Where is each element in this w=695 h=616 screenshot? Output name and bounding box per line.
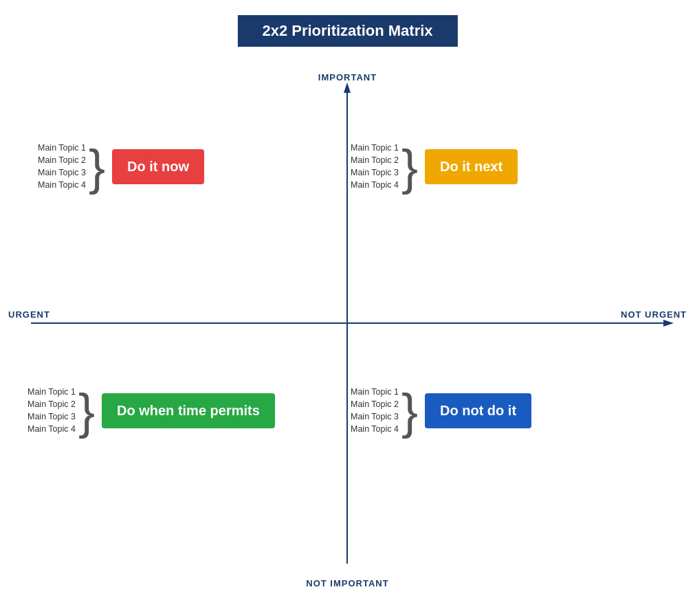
q4-bracket: } xyxy=(401,386,418,436)
q2-topic-1: Main Topic 1 xyxy=(351,143,399,153)
q2-topic-4: Main Topic 4 xyxy=(351,180,399,190)
q4-topic-1: Main Topic 1 xyxy=(351,387,399,397)
q2-topic-list: Main Topic 1 Main Topic 2 Main Topic 3 M… xyxy=(351,143,399,190)
q2-bracket: } xyxy=(401,142,418,192)
q3-topic-3: Main Topic 3 xyxy=(27,412,76,421)
label-important: IMPORTANT xyxy=(318,72,377,82)
q3-topic-4: Main Topic 4 xyxy=(27,424,76,434)
q1-topic-4: Main Topic 4 xyxy=(38,180,86,190)
label-not-urgent: NOT URGENT xyxy=(621,309,687,320)
q2-topic-list-wrap: Main Topic 1 Main Topic 2 Main Topic 3 M… xyxy=(351,141,418,192)
quadrant-do-it-next: Main Topic 1 Main Topic 2 Main Topic 3 M… xyxy=(351,141,518,192)
q1-topic-list-wrap: Main Topic 1 Main Topic 2 Main Topic 3 M… xyxy=(38,141,105,192)
q4-action-button[interactable]: Do not do it xyxy=(425,393,531,428)
q4-topic-2: Main Topic 2 xyxy=(351,399,399,409)
q1-topic-list: Main Topic 1 Main Topic 2 Main Topic 3 M… xyxy=(38,143,86,190)
quadrant-do-when-time-permits: Main Topic 1 Main Topic 2 Main Topic 3 M… xyxy=(27,385,275,436)
q3-bracket: } xyxy=(78,386,95,436)
q1-topic-1: Main Topic 1 xyxy=(38,143,86,153)
q2-topic-2: Main Topic 2 xyxy=(351,155,399,165)
q4-topic-4: Main Topic 4 xyxy=(351,424,399,434)
q3-topic-1: Main Topic 1 xyxy=(27,387,76,397)
quadrant-do-it-now: Main Topic 1 Main Topic 2 Main Topic 3 M… xyxy=(38,141,204,192)
axes xyxy=(0,0,695,616)
q1-topic-3: Main Topic 3 xyxy=(38,168,86,177)
q2-action-button[interactable]: Do it next xyxy=(425,149,518,184)
svg-marker-3 xyxy=(663,320,674,327)
q3-topic-list: Main Topic 1 Main Topic 2 Main Topic 3 M… xyxy=(27,387,76,434)
svg-marker-1 xyxy=(344,82,351,93)
q4-topic-3: Main Topic 3 xyxy=(351,412,399,421)
q3-topic-2: Main Topic 2 xyxy=(27,399,76,409)
q1-action-button[interactable]: Do it now xyxy=(112,149,204,184)
quadrant-do-not-do-it: Main Topic 1 Main Topic 2 Main Topic 3 M… xyxy=(351,385,531,436)
q3-action-button[interactable]: Do when time permits xyxy=(102,393,275,428)
label-urgent: URGENT xyxy=(8,309,50,320)
q1-topic-2: Main Topic 2 xyxy=(38,155,86,165)
q1-bracket: } xyxy=(89,142,105,192)
q4-topic-list-wrap: Main Topic 1 Main Topic 2 Main Topic 3 M… xyxy=(351,385,418,436)
label-not-important: NOT IMPORTANT xyxy=(306,578,388,588)
page-title: 2x2 Prioritization Matrix xyxy=(237,15,457,47)
q2-topic-3: Main Topic 3 xyxy=(351,168,399,177)
q4-topic-list: Main Topic 1 Main Topic 2 Main Topic 3 M… xyxy=(351,387,399,434)
q3-topic-list-wrap: Main Topic 1 Main Topic 2 Main Topic 3 M… xyxy=(27,385,95,436)
